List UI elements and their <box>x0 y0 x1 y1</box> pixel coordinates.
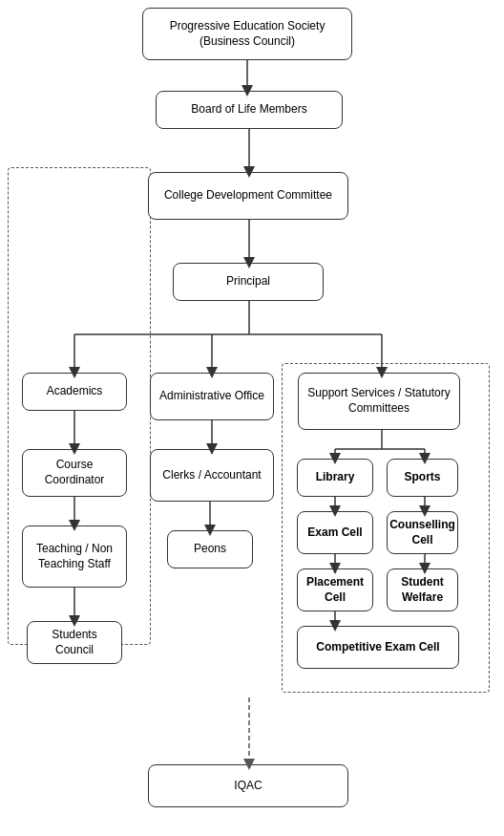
teaching-node: Teaching / Non Teaching Staff <box>22 525 127 588</box>
counselling-node: Counselling Cell <box>387 511 458 554</box>
peons-node: Peons <box>167 530 253 568</box>
org-chart: Progressive Education Society (Business … <box>0 0 504 19</box>
academics-node: Academics <box>22 373 127 411</box>
iqac-node: IQAC <box>148 764 348 807</box>
principal-node: Principal <box>173 263 324 301</box>
clerks-node: Clerks / Accountant <box>150 449 274 502</box>
bolm-node: Board of Life Members <box>156 91 343 129</box>
sports-node: Sports <box>387 459 458 497</box>
students-node: Students Council <box>27 621 122 664</box>
competitive-node: Competitive Exam Cell <box>297 626 459 669</box>
admin-node: Administrative Office <box>150 373 274 420</box>
course-node: Course Coordinator <box>22 449 127 497</box>
support-node: Support Services / Statutory Committees <box>298 373 460 430</box>
placement-node: Placement Cell <box>297 568 373 611</box>
library-node: Library <box>297 459 373 497</box>
student-welfare-node: Student Welfare <box>387 568 458 611</box>
pgs-node: Progressive Education Society (Business … <box>142 8 352 60</box>
examcell-node: Exam Cell <box>297 511 373 554</box>
cdc-node: College Development Committee <box>148 172 348 220</box>
